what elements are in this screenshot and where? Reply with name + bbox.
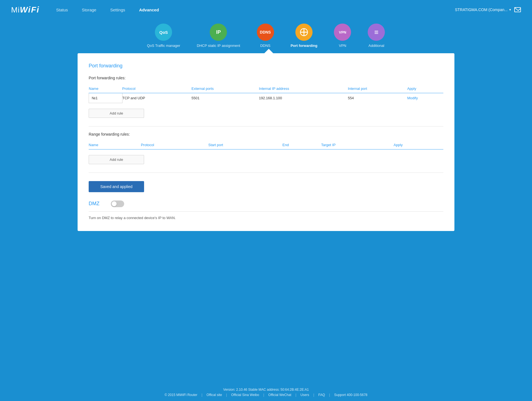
pointer-arrow	[264, 49, 273, 53]
col-int-port: Internal port	[348, 84, 407, 93]
qos-label: QoS Traffic manager	[147, 44, 180, 48]
dmz-description: Turn on DMZ to relay a connected device'…	[89, 216, 443, 220]
ip-label: DHCP static IP assignment	[197, 44, 240, 48]
footer-support[interactable]: Support 400-100-5678	[334, 393, 367, 397]
ddns-icon: DDNS	[257, 24, 274, 41]
port-label: Port forwarding	[291, 44, 318, 48]
port-forwarding-table: Name Protocol External ports Internal IP…	[89, 84, 443, 103]
additional-icon: ≡	[368, 24, 385, 41]
row-ext-ports: 5501	[191, 93, 259, 103]
footer-sep-4: |	[313, 393, 314, 397]
company-name: STRATIGMA.COM (Compan...	[455, 7, 508, 12]
toggle-thumb	[112, 201, 117, 206]
icon-nav: QoS QoS Traffic manager IP DHCP static I…	[0, 19, 532, 48]
nav-status[interactable]: Status	[56, 6, 68, 14]
nav-vpn[interactable]: VPN VPN	[334, 24, 351, 48]
mail-icon[interactable]	[514, 7, 521, 12]
port-icon	[295, 24, 313, 41]
footer-sep-2: |	[263, 393, 264, 397]
footer-sep-3: |	[295, 393, 296, 397]
footer-sina-weibo[interactable]: Official Sina Weibo	[231, 393, 259, 397]
divider-1	[89, 126, 443, 126]
range-col-apply: Apply	[394, 141, 443, 149]
col-apply: Apply	[407, 84, 443, 93]
dmz-header: DMZ	[89, 200, 443, 212]
footer-wechat[interactable]: Official WeChat	[268, 393, 291, 397]
nav-port[interactable]: Port forwarding	[291, 24, 318, 48]
vpn-label: VPN	[339, 44, 346, 48]
col-int-ip: Internal IP address	[259, 84, 348, 93]
header: MiWiFi Status Storage Settings Advanced …	[0, 0, 532, 19]
nav-storage[interactable]: Storage	[82, 6, 96, 14]
modify-link[interactable]: Modify	[407, 96, 418, 100]
nav-additional[interactable]: ≡ Additional	[368, 24, 385, 48]
header-right: STRATIGMA.COM (Compan... ▾	[455, 7, 521, 12]
logo: MiWiFi	[11, 5, 40, 14]
main-content: Port forwarding Port forwarding rules: N…	[78, 53, 454, 231]
row-modify[interactable]: Modify	[407, 93, 443, 103]
range-forwarding-label: Range forwarding rules:	[89, 132, 443, 136]
pointer-row	[0, 48, 532, 53]
main-nav: Status Storage Settings Advanced	[56, 6, 455, 14]
footer: Version: 2.10.46 Stable MAC address: 50:…	[0, 384, 532, 401]
table-row: №1 TCP and UDP 5501 192.168.1.100 554 Mo…	[89, 93, 444, 103]
range-forwarding-table: Name Protocol Start port End Target IP A…	[89, 141, 443, 149]
ip-icon: IP	[210, 24, 227, 41]
range-col-end: End	[282, 141, 321, 149]
dmz-section: DMZ Turn on DMZ to relay a connected dev…	[89, 200, 443, 220]
footer-sep-5: |	[329, 393, 330, 397]
nav-ip[interactable]: IP DHCP static IP assignment	[197, 24, 240, 48]
nav-qos[interactable]: QoS QoS Traffic manager	[147, 24, 180, 48]
range-col-start-port: Start port	[208, 141, 283, 149]
nav-ddns[interactable]: DDNS DDNS	[257, 24, 274, 48]
save-button[interactable]: Saved and applied	[89, 181, 144, 192]
row-protocol: TCP and UDP	[122, 93, 191, 103]
vpn-icon: VPN	[334, 24, 351, 41]
nav-advanced[interactable]: Advanced	[139, 6, 159, 14]
qos-icon: QoS	[155, 24, 172, 41]
add-rule-button[interactable]: Add rule	[89, 109, 144, 118]
range-col-protocol: Protocol	[141, 141, 208, 149]
footer-offical-site[interactable]: Offical site	[206, 393, 222, 397]
additional-label: Additional	[369, 44, 384, 48]
footer-faq[interactable]: FAQ	[318, 393, 325, 397]
dmz-title: DMZ	[89, 201, 105, 207]
add-range-rule-button[interactable]: Add rule	[89, 155, 144, 164]
section-title: Port forwarding	[89, 63, 443, 69]
port-forwarding-section: Port forwarding rules: Name Protocol Ext…	[89, 76, 443, 118]
row-name: №1	[89, 93, 122, 103]
footer-sep-0: |	[201, 393, 202, 397]
range-col-name: Name	[89, 141, 141, 149]
footer-copyright: © 2015 MiWiFi Router	[165, 393, 197, 397]
col-name: Name	[89, 84, 122, 93]
port-forwarding-label: Port forwarding rules:	[89, 76, 443, 80]
company-selector[interactable]: STRATIGMA.COM (Compan... ▾	[455, 7, 511, 12]
nav-settings[interactable]: Settings	[110, 6, 125, 14]
col-ext-ports: External ports	[191, 84, 259, 93]
range-forwarding-section: Range forwarding rules: Name Protocol St…	[89, 132, 443, 164]
footer-version: Version: 2.10.46 Stable MAC address: 50:…	[4, 388, 528, 392]
col-protocol: Protocol	[122, 84, 191, 93]
dmz-toggle[interactable]	[111, 200, 124, 207]
chevron-down-icon: ▾	[509, 8, 511, 12]
divider-2	[89, 172, 443, 173]
range-col-target-ip: Target IP	[321, 141, 394, 149]
save-section: Saved and applied	[89, 178, 443, 192]
footer-links: © 2015 MiWiFi Router | Offical site | Of…	[4, 393, 528, 397]
row-int-ip: 192.168.1.100	[259, 93, 348, 103]
ddns-label: DDNS	[260, 44, 270, 48]
row-int-port: 554	[348, 93, 407, 103]
footer-sep-1: |	[226, 393, 227, 397]
footer-users[interactable]: Users	[300, 393, 309, 397]
